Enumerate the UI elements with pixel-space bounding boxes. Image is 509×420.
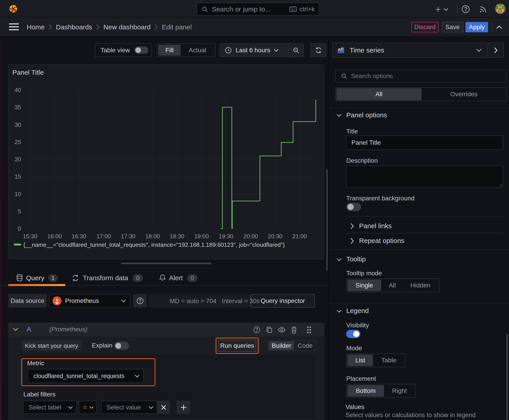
svg-text:35: 35 xyxy=(15,104,21,111)
svg-text:16:30: 16:30 xyxy=(72,233,86,240)
svg-text:15: 15 xyxy=(15,173,21,180)
svg-text:18:30: 18:30 xyxy=(170,233,184,240)
svg-text:5: 5 xyxy=(18,208,21,215)
svg-text:0: 0 xyxy=(18,225,21,232)
svg-text:20:00: 20:00 xyxy=(243,233,258,240)
svg-text:20: 20 xyxy=(15,156,21,163)
svg-text:17:00: 17:00 xyxy=(96,233,111,240)
svg-text:20:30: 20:30 xyxy=(268,233,282,240)
svg-text:19:00: 19:00 xyxy=(194,233,209,240)
svg-text:18:00: 18:00 xyxy=(145,233,160,240)
svg-text:30: 30 xyxy=(15,121,21,128)
svg-text:10: 10 xyxy=(15,191,21,197)
svg-text:25: 25 xyxy=(15,139,21,145)
svg-text:15:30: 15:30 xyxy=(23,233,37,240)
svg-text:17:30: 17:30 xyxy=(121,233,135,240)
svg-text:19:30: 19:30 xyxy=(219,233,233,240)
svg-text:40: 40 xyxy=(15,87,21,93)
svg-text:21:00: 21:00 xyxy=(292,233,307,240)
svg-text:16:00: 16:00 xyxy=(47,233,62,240)
